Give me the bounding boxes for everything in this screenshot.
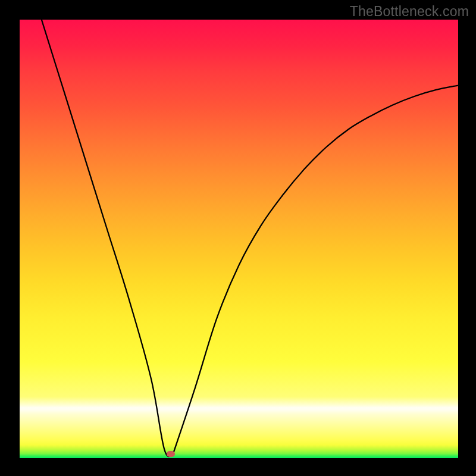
watermark-text: TheBottleneck.com: [350, 4, 469, 20]
chart-frame: TheBottleneck.com: [0, 0, 476, 476]
bottleneck-curve: [20, 20, 458, 458]
plot-area: [20, 20, 458, 458]
optimal-marker: [167, 451, 175, 457]
